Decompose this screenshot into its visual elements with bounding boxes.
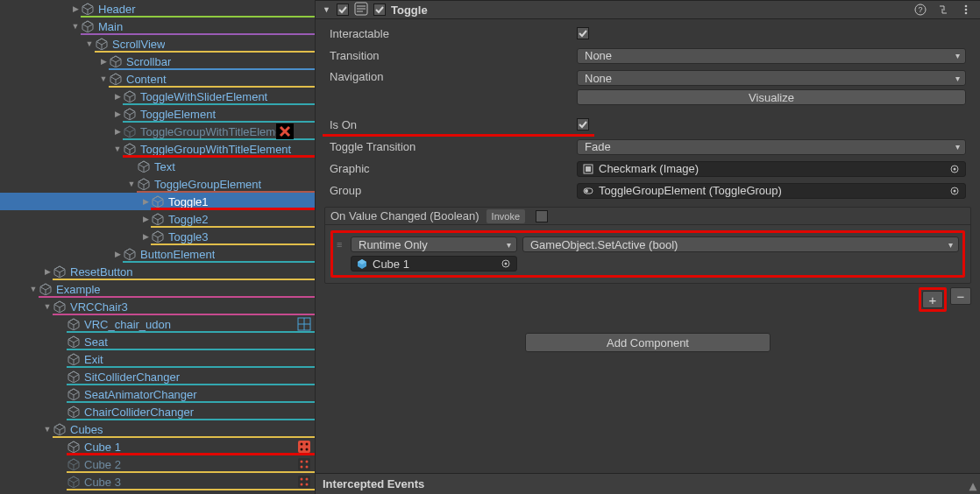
hierarchy-item[interactable]: Scrollbar xyxy=(0,53,315,70)
foldout-toggle[interactable] xyxy=(126,180,137,188)
hierarchy-item-label: SitColliderChanger xyxy=(84,370,180,384)
hierarchy-item[interactable]: Cubes xyxy=(0,420,315,438)
foldout-toggle[interactable] xyxy=(112,92,123,101)
hierarchy-item[interactable]: ChairColliderChanger xyxy=(0,403,315,420)
event-calltype-dropdown[interactable]: Runtime Only xyxy=(351,236,517,252)
gameobject-icon xyxy=(53,265,67,279)
group-object-field[interactable]: ToggleGroupElement (ToggleGroup) xyxy=(577,183,966,199)
graphic-object-field[interactable]: Checkmark (Image) xyxy=(577,161,966,177)
svg-point-29 xyxy=(954,189,956,192)
event-invoke-button[interactable]: Invoke xyxy=(486,209,525,223)
hierarchy-item-label: Scrollbar xyxy=(126,55,171,68)
hierarchy-item-label: VRC_chair_udon xyxy=(84,318,171,331)
hierarchy-item[interactable]: Cube 1 xyxy=(0,438,315,455)
help-icon[interactable]: ? xyxy=(913,3,927,17)
foldout-toggle[interactable] xyxy=(42,425,53,434)
component-enabled-checkbox[interactable] xyxy=(337,4,349,16)
hierarchy-item[interactable]: ToggleGroupElement xyxy=(0,175,315,193)
hierarchy-item[interactable]: Exit xyxy=(0,350,315,368)
more-icon[interactable] xyxy=(959,3,973,17)
svg-rect-23 xyxy=(586,166,591,172)
hierarchy-item[interactable]: SitColliderChanger xyxy=(0,368,315,385)
preset-icon[interactable] xyxy=(936,3,950,17)
foldout-toggle[interactable] xyxy=(112,127,123,136)
toggle-transition-label: Toggle Transition xyxy=(323,140,577,153)
hierarchy-item[interactable]: Seat xyxy=(0,333,315,350)
hierarchy-item[interactable]: Toggle2 xyxy=(0,210,315,228)
foldout-toggle[interactable] xyxy=(70,22,81,31)
hierarchy-item[interactable]: VRCChair3 xyxy=(0,298,315,315)
hierarchy-item[interactable]: SeatAnimatorChanger xyxy=(0,385,315,403)
event-target-object-field[interactable]: Cube 1 xyxy=(351,256,517,272)
hierarchy-item[interactable]: Cube 3 xyxy=(0,473,315,490)
svg-rect-6 xyxy=(298,458,310,470)
hierarchy-item[interactable]: Toggle3 xyxy=(0,228,315,245)
object-picker-icon[interactable] xyxy=(948,184,962,198)
hierarchy-item-label: Content xyxy=(126,73,167,86)
toggle-transition-dropdown[interactable]: Fade xyxy=(577,139,966,155)
foldout-toggle[interactable] xyxy=(140,232,151,241)
die-red-icon xyxy=(297,438,311,455)
hierarchy-item-label: ToggleElement xyxy=(140,108,216,121)
hierarchy-item[interactable]: ToggleWithSliderElement xyxy=(0,88,315,105)
foldout-toggle[interactable] xyxy=(140,215,151,223)
hierarchy-item-label: Main xyxy=(98,20,123,33)
object-picker-icon[interactable] xyxy=(499,257,513,271)
hierarchy-item[interactable]: Content xyxy=(0,70,315,88)
foldout-toggle[interactable] xyxy=(42,267,53,276)
foldout-toggle[interactable] xyxy=(98,74,109,83)
component-header[interactable]: ▼ Toggle ? xyxy=(316,0,980,19)
hierarchy-item-label: ToggleGroupWithTitleElement xyxy=(140,143,291,156)
svg-point-25 xyxy=(954,167,956,170)
hierarchy-item[interactable]: Example xyxy=(0,280,315,298)
add-component-button[interactable]: Add Component xyxy=(525,333,771,352)
gameobject-icon xyxy=(109,72,123,86)
hierarchy-item[interactable]: Toggle1 xyxy=(0,193,315,210)
event-entry-highlight: ≡ Runtime Only GameObject.SetActive (boo… xyxy=(330,230,965,278)
component-foldout[interactable]: ▼ xyxy=(323,5,331,14)
transition-dropdown[interactable]: None xyxy=(577,48,966,64)
foldout-toggle[interactable] xyxy=(28,285,39,293)
hierarchy-item[interactable]: Cube 2 xyxy=(0,455,315,473)
hierarchy-item[interactable]: Main xyxy=(0,18,315,35)
togglegroup-type-icon xyxy=(583,186,593,196)
inspector-panel: ▼ Toggle ? Interactable Transition None xyxy=(316,0,980,494)
visualize-button[interactable]: Visualize xyxy=(577,89,966,105)
object-picker-icon[interactable] xyxy=(948,162,962,176)
hierarchy-item[interactable]: ToggleElement xyxy=(0,105,315,123)
hierarchy-item[interactable]: ResetButton xyxy=(0,263,315,280)
svg-point-4 xyxy=(301,448,303,451)
intercepted-events-header[interactable]: Intercepted Events ▴ xyxy=(316,473,980,494)
foldout-toggle[interactable] xyxy=(140,197,151,206)
hierarchy-item-label: VRCChair3 xyxy=(70,300,128,314)
foldout-toggle[interactable] xyxy=(70,4,81,13)
hierarchy-panel[interactable]: HeaderMainScrollViewScrollbarContentTogg… xyxy=(0,0,316,494)
event-extra-checkbox[interactable] xyxy=(536,210,548,222)
event-function-dropdown[interactable]: GameObject.SetActive (bool) xyxy=(522,236,959,252)
foldout-toggle[interactable] xyxy=(42,302,53,311)
foldout-toggle[interactable] xyxy=(98,57,109,66)
foldout-toggle[interactable] xyxy=(84,39,95,48)
toggle-component-checkbox[interactable] xyxy=(373,4,386,16)
gameobject-icon xyxy=(109,54,123,68)
foldout-toggle[interactable] xyxy=(112,145,123,153)
event-add-button[interactable]: + xyxy=(922,291,943,308)
hierarchy-item[interactable]: Text xyxy=(0,158,315,175)
ison-checkbox[interactable] xyxy=(577,118,589,131)
hierarchy-item[interactable]: ToggleGroupWithTitleElement xyxy=(0,140,315,158)
hierarchy-item[interactable]: ButtonElement xyxy=(0,245,315,263)
foldout-toggle[interactable] xyxy=(112,250,123,258)
hierarchy-item-label: Toggle1 xyxy=(168,195,209,208)
interactable-checkbox[interactable] xyxy=(577,27,589,39)
hierarchy-item[interactable]: ScrollView xyxy=(0,35,315,53)
event-drag-handle[interactable]: ≡ xyxy=(337,239,345,250)
hierarchy-item[interactable]: ToggleGroupWithTitleElement xyxy=(0,123,315,140)
event-remove-button[interactable]: − xyxy=(950,287,971,305)
hierarchy-item[interactable]: VRC_chair_udon xyxy=(0,315,315,333)
gameobject-icon xyxy=(123,142,137,156)
hierarchy-item[interactable]: Header xyxy=(0,0,315,18)
foldout-toggle[interactable] xyxy=(112,109,123,118)
gameobject-icon xyxy=(67,387,81,401)
navigation-dropdown[interactable]: None xyxy=(577,70,966,86)
gameobject-icon xyxy=(67,317,81,331)
